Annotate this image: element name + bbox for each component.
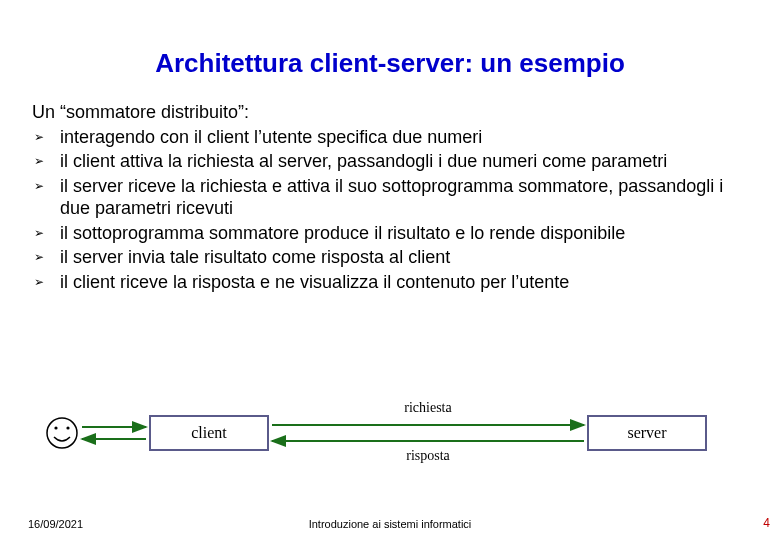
list-item-text: il server invia tale risultato come risp… [60, 247, 450, 267]
server-label: server [627, 424, 667, 441]
svg-point-1 [66, 426, 69, 429]
footer-page-number: 4 [763, 516, 770, 530]
client-label: client [191, 424, 227, 441]
list-item: ➢il client riceve la risposta e ne visua… [32, 271, 752, 294]
bullet-marker-icon: ➢ [34, 154, 44, 169]
bullet-marker-icon: ➢ [34, 179, 44, 194]
list-item: ➢il server invia tale risultato come ris… [32, 246, 752, 269]
bullet-list: ➢interagendo con il client l’utente spec… [32, 126, 752, 294]
bullet-marker-icon: ➢ [34, 226, 44, 241]
client-server-diagram: client richiesta risposta server [38, 398, 742, 468]
request-label: richiesta [404, 400, 452, 415]
slide-title: Architettura client-server: un esempio [0, 0, 780, 101]
list-item: ➢interagendo con il client l’utente spec… [32, 126, 752, 149]
bullet-marker-icon: ➢ [34, 275, 44, 290]
user-icon [47, 418, 77, 448]
list-item-text: il client riceve la risposta e ne visual… [60, 272, 569, 292]
intro-text: Un “sommatore distribuito”: [32, 101, 752, 124]
response-label: risposta [406, 448, 450, 463]
list-item-text: interagendo con il client l’utente speci… [60, 127, 482, 147]
list-item-text: il client attiva la richiesta al server,… [60, 151, 667, 171]
list-item: ➢il server riceve la richiesta e attiva … [32, 175, 752, 220]
list-item: ➢il client attiva la richiesta al server… [32, 150, 752, 173]
slide: Architettura client-server: un esempio U… [0, 0, 780, 540]
list-item-text: il server riceve la richiesta e attiva i… [60, 176, 723, 219]
footer-title: Introduzione ai sistemi informatici [0, 518, 780, 530]
list-item-text: il sottoprogramma sommatore produce il r… [60, 223, 625, 243]
svg-point-0 [54, 426, 57, 429]
bullet-marker-icon: ➢ [34, 250, 44, 265]
list-item: ➢il sottoprogramma sommatore produce il … [32, 222, 752, 245]
bullet-marker-icon: ➢ [34, 130, 44, 145]
slide-body: Un “sommatore distribuito”: ➢interagendo… [0, 101, 780, 293]
